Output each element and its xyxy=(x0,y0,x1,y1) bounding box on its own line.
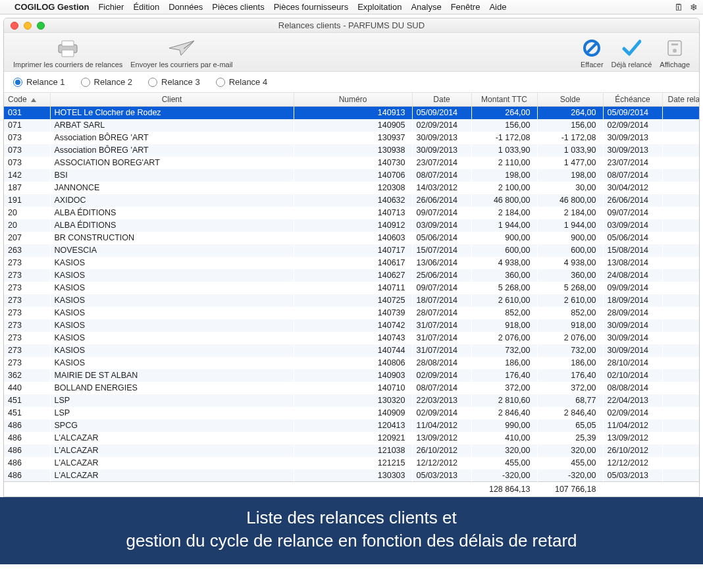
col-client[interactable]: Client xyxy=(50,93,294,107)
totals-row: 128 864,13 107 766,18 xyxy=(4,482,700,496)
cell-client: L'ALCAZAR xyxy=(50,457,294,469)
cell-date-relance xyxy=(662,157,700,169)
radio-dot-icon xyxy=(148,78,157,87)
cell-echeance: 11/04/2012 xyxy=(603,419,662,432)
table-row[interactable]: 071ARBAT SARL14090502/09/2014156,00156,0… xyxy=(4,119,700,132)
cell-code: 486 xyxy=(4,419,50,432)
col-date[interactable]: Date xyxy=(412,93,471,107)
table-row[interactable]: 073Association BÔREG 'ART13093830/09/201… xyxy=(4,144,700,157)
gear-icon[interactable]: ❄︎ xyxy=(690,2,698,13)
cell-date: 18/07/2014 xyxy=(412,294,471,307)
table-row[interactable]: 451LSP14090902/09/20142 846,402 846,4002… xyxy=(4,407,700,419)
menu-fichier[interactable]: Fichier xyxy=(98,2,124,12)
table-row[interactable]: 273KASIOS14080628/08/2014186,00186,0028/… xyxy=(4,357,700,369)
cell-date: 11/04/2012 xyxy=(412,419,471,432)
menu-analyse[interactable]: Analyse xyxy=(411,2,441,12)
col-code[interactable]: Code xyxy=(4,93,50,107)
print-letters-button[interactable]: Imprimer les courriers de relances xyxy=(9,37,126,68)
table-row[interactable]: 362MAIRIE DE ST ALBAN14090302/09/2014176… xyxy=(4,369,700,382)
already-reminded-button[interactable]: Déjà relancé xyxy=(608,37,656,68)
menu-pieces-clients[interactable]: Pièces clients xyxy=(212,2,264,12)
col-numero[interactable]: Numéro xyxy=(294,93,412,107)
table-row[interactable]: 191AXIDOC14063226/06/201446 800,0046 800… xyxy=(4,194,700,207)
table-row[interactable]: 273KASIOS14062725/06/2014360,00360,0024/… xyxy=(4,269,700,282)
menu-fenetre[interactable]: Fenêtre xyxy=(451,2,481,12)
cell-numero: 140744 xyxy=(294,344,412,357)
cell-numero: 140905 xyxy=(294,119,412,132)
app-name[interactable]: COGILOG Gestion xyxy=(14,2,89,12)
col-montant[interactable]: Montant TTC xyxy=(471,93,537,107)
table-row[interactable]: 273KASIOS14072518/07/20142 610,002 610,0… xyxy=(4,294,700,307)
toolbar: Imprimer les courriers de relances Envoy… xyxy=(4,33,699,72)
cell-code: 191 xyxy=(4,194,50,207)
menu-donnees[interactable]: Données xyxy=(169,2,203,12)
cell-montant: 156,00 xyxy=(471,119,537,132)
table-row[interactable]: 031HOTEL Le Clocher de Rodez14091305/09/… xyxy=(4,107,700,119)
table-row[interactable]: 440BOLLAND ENERGIES14071008/07/2014372,0… xyxy=(4,382,700,394)
table-row[interactable]: 273KASIOS14074331/07/20142 076,002 076,0… xyxy=(4,332,700,344)
cell-solde: 30,00 xyxy=(537,182,603,194)
cell-solde: 732,00 xyxy=(537,344,603,357)
cell-numero: 140706 xyxy=(294,169,412,182)
menu-aide[interactable]: Aide xyxy=(489,2,506,12)
send-email-button[interactable]: Envoyer les courriers par e-mail xyxy=(126,37,236,68)
radio-relance-4[interactable]: Relance 4 xyxy=(216,77,268,87)
table-row[interactable]: 073ASSOCIATION BOREG'ART14073023/07/2014… xyxy=(4,157,700,169)
display-options-button[interactable]: Affichage xyxy=(656,37,694,68)
table-row[interactable]: 486L'ALCAZAR12103826/10/2012320,00320,00… xyxy=(4,444,700,457)
table-row[interactable]: 486L'ALCAZAR13030305/03/2013-320,00-320,… xyxy=(4,469,700,482)
radio-dot-icon xyxy=(13,78,22,87)
cell-solde: 2 846,40 xyxy=(537,407,603,419)
radio-relance-2[interactable]: Relance 2 xyxy=(81,77,133,87)
table-row[interactable]: 451LSP13032022/03/20132 810,6068,7722/04… xyxy=(4,394,700,407)
table-row[interactable]: 263NOVESCIA14071715/07/2014600,00600,001… xyxy=(4,244,700,257)
svg-rect-1 xyxy=(62,41,74,46)
menu-pieces-fournisseurs[interactable]: Pièces fournisseurs xyxy=(274,2,348,12)
cell-code: 486 xyxy=(4,469,50,482)
menu-edition[interactable]: Édition xyxy=(133,2,159,12)
table-row[interactable]: 207BR CONSTRUCTION14060305/06/2014900,00… xyxy=(4,232,700,244)
table-row[interactable]: 486SPCG12041311/04/2012990,0065,0511/04/… xyxy=(4,419,700,432)
table-row[interactable]: 187JANNONCE12030814/03/20122 100,0030,00… xyxy=(4,182,700,194)
cell-code: 273 xyxy=(4,269,50,282)
cell-solde: 2 184,00 xyxy=(537,207,603,219)
clear-button[interactable]: Effacer xyxy=(577,37,608,68)
table-row[interactable]: 20ALBA ÉDITIONS14091203/09/20141 944,001… xyxy=(4,219,700,232)
table-row[interactable]: 073Association BÔREG 'ART13093730/09/201… xyxy=(4,132,700,144)
cell-numero: 120308 xyxy=(294,182,412,194)
cell-echeance: 22/04/2013 xyxy=(603,394,662,407)
menu-exploitation[interactable]: Exploitation xyxy=(357,2,402,12)
cell-solde: 1 033,90 xyxy=(537,144,603,157)
table-row[interactable]: 486L'ALCAZAR12121512/12/2012455,00455,00… xyxy=(4,457,700,469)
cell-solde: 360,00 xyxy=(537,269,603,282)
radio-relance-1[interactable]: Relance 1 xyxy=(13,77,65,87)
table-row[interactable]: 273KASIOS14074431/07/2014732,00732,0030/… xyxy=(4,344,700,357)
col-solde[interactable]: Solde xyxy=(537,93,603,107)
table-row[interactable]: 486L'ALCAZAR12092113/09/2012410,0025,391… xyxy=(4,432,700,444)
cell-client: JANNONCE xyxy=(50,182,294,194)
table-row[interactable]: 142BSI14070608/07/2014198,00198,0008/07/… xyxy=(4,169,700,182)
radio-relance-3[interactable]: Relance 3 xyxy=(148,77,200,87)
cell-echeance: 15/08/2014 xyxy=(603,244,662,257)
cell-numero: 140909 xyxy=(294,407,412,419)
cell-code: 486 xyxy=(4,432,50,444)
table-row[interactable]: 273KASIOS14061713/06/20144 938,004 938,0… xyxy=(4,257,700,269)
col-date-relance[interactable]: Date relance xyxy=(662,93,700,107)
cell-code: 273 xyxy=(4,332,50,344)
cell-code: 073 xyxy=(4,157,50,169)
cell-echeance: 03/09/2014 xyxy=(603,219,662,232)
cell-client: ASSOCIATION BOREG'ART xyxy=(50,157,294,169)
col-echeance[interactable]: Échéance xyxy=(603,93,662,107)
paper-plane-icon xyxy=(168,37,195,59)
cell-solde: 5 268,00 xyxy=(537,282,603,294)
print-letters-label: Imprimer les courriers de relances xyxy=(13,61,122,68)
cell-client: BOLLAND ENERGIES xyxy=(50,382,294,394)
table-row[interactable]: 273KASIOS14071109/07/20145 268,005 268,0… xyxy=(4,282,700,294)
table-row[interactable]: 273KASIOS14074231/07/2014918,00918,0030/… xyxy=(4,319,700,332)
table-row[interactable]: 273KASIOS14073928/07/2014852,00852,0028/… xyxy=(4,307,700,319)
cell-echeance: 13/09/2012 xyxy=(603,432,662,444)
cell-date-relance xyxy=(662,207,700,219)
cell-date-relance xyxy=(662,169,700,182)
calendar-icon[interactable]: 🗓 xyxy=(674,2,683,13)
table-row[interactable]: 20ALBA ÉDITIONS14071309/07/20142 184,002… xyxy=(4,207,700,219)
